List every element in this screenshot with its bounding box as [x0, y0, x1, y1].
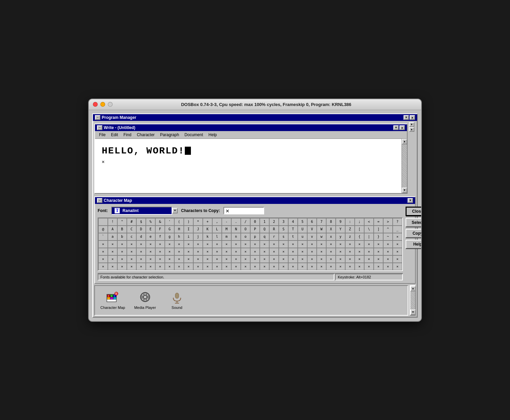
char-cell[interactable]: P	[250, 226, 260, 233]
char-cell[interactable]: i	[184, 233, 193, 240]
char-cell[interactable]: o	[241, 233, 250, 240]
char-cell[interactable]: v	[307, 233, 317, 240]
char-cell[interactable]: ^	[383, 226, 393, 233]
char-cell[interactable]: B	[117, 226, 127, 233]
char-cell[interactable]: ✕	[317, 255, 326, 263]
char-cell[interactable]: ✕	[146, 240, 155, 248]
char-cell[interactable]: %	[146, 218, 155, 226]
char-cell[interactable]: u	[298, 233, 307, 240]
char-cell[interactable]: g	[165, 233, 174, 240]
char-cell[interactable]: W	[317, 226, 326, 233]
char-cell[interactable]: ✕	[222, 248, 231, 255]
char-cell[interactable]: ✕	[127, 240, 136, 248]
char-cell[interactable]: ✕	[326, 263, 336, 270]
char-cell[interactable]: ✕	[231, 248, 241, 255]
char-cell[interactable]: ✕	[136, 240, 146, 248]
char-cell[interactable]: ✕	[203, 240, 212, 248]
char-cell[interactable]: 6	[307, 218, 317, 226]
char-cell[interactable]: ✕	[136, 255, 146, 263]
char-cell[interactable]: 8	[326, 218, 336, 226]
char-cell[interactable]: ✕	[184, 255, 193, 263]
char-cell[interactable]: ✕	[165, 255, 174, 263]
char-cell[interactable]: G	[165, 226, 174, 233]
char-cell[interactable]: s	[279, 233, 288, 240]
char-cell[interactable]: V	[307, 226, 317, 233]
char-cell[interactable]: )	[184, 218, 193, 226]
char-cell[interactable]: 7	[317, 218, 326, 226]
char-cell[interactable]: ✕	[108, 240, 117, 248]
char-cell[interactable]: ✕	[383, 248, 393, 255]
char-cell[interactable]: ✕	[393, 255, 402, 263]
chars-to-copy-field[interactable]: ✕	[223, 207, 264, 214]
char-cell[interactable]: ✕	[222, 263, 231, 270]
char-cell[interactable]: ✕	[298, 255, 307, 263]
char-cell[interactable]: U	[298, 226, 307, 233]
char-cell[interactable]: ✕	[374, 248, 383, 255]
char-cell[interactable]: ✕	[250, 263, 260, 270]
char-cell[interactable]: ✕	[231, 240, 241, 248]
char-cell[interactable]: a	[108, 233, 117, 240]
char-cell[interactable]: ✕	[355, 255, 364, 263]
char-cell[interactable]: +	[203, 218, 212, 226]
char-cell[interactable]: {	[355, 233, 364, 240]
char-cell[interactable]: ✕	[127, 263, 136, 270]
char-cell[interactable]: }	[374, 233, 383, 240]
char-cell[interactable]: ✕	[364, 248, 374, 255]
close-button[interactable]: Close	[406, 207, 421, 216]
char-cell[interactable]: ✕	[364, 240, 374, 248]
char-cell[interactable]: ✕	[155, 255, 165, 263]
char-cell[interactable]: ✕	[193, 248, 203, 255]
char-cell[interactable]: ✕	[307, 255, 317, 263]
char-cell[interactable]: q	[260, 233, 269, 240]
char-cell[interactable]: ✕	[260, 248, 269, 255]
write-scroll-down[interactable]: ▼	[393, 125, 399, 130]
char-cell[interactable]: m	[222, 233, 231, 240]
char-cell[interactable]: 2	[269, 218, 279, 226]
char-cell[interactable]: ✕	[117, 240, 127, 248]
char-cell[interactable]: ✕	[250, 248, 260, 255]
char-cell[interactable]: ✕	[165, 240, 174, 248]
char-cell[interactable]: f	[155, 233, 165, 240]
char-cell[interactable]: ✕	[364, 255, 374, 263]
char-cell[interactable]: \	[364, 226, 374, 233]
char-cell[interactable]: l	[212, 233, 222, 240]
write-sys-button[interactable]: ─	[97, 125, 102, 130]
char-cell[interactable]: ✕	[174, 263, 184, 270]
char-cell[interactable]: ✕	[203, 255, 212, 263]
char-cell[interactable]: ✕	[250, 255, 260, 263]
char-cell[interactable]: D	[136, 226, 146, 233]
char-cell[interactable]: ✕	[336, 248, 345, 255]
char-cell[interactable]: ✕	[326, 240, 336, 248]
char-cell[interactable]: h	[174, 233, 184, 240]
char-cell[interactable]: 3	[279, 218, 288, 226]
char-cell[interactable]: H	[174, 226, 184, 233]
char-cell[interactable]: /	[241, 218, 250, 226]
char-cell[interactable]: ✕	[260, 263, 269, 270]
menu-edit[interactable]: Edit	[108, 132, 121, 138]
char-cell[interactable]: ✕	[336, 255, 345, 263]
scroll-down-btn[interactable]: ▼	[402, 188, 407, 193]
char-cell[interactable]: ✕	[117, 248, 127, 255]
char-cell[interactable]: ✕	[393, 233, 402, 240]
font-select[interactable]: T Ranalint	[111, 207, 172, 215]
char-cell[interactable]: ✕	[98, 248, 108, 255]
char-cell[interactable]: ✕	[393, 263, 402, 270]
char-cell[interactable]: ✕	[98, 240, 108, 248]
char-cell[interactable]: ✕	[193, 240, 203, 248]
char-cell[interactable]: ✕	[298, 240, 307, 248]
char-cell[interactable]: ✕	[146, 255, 155, 263]
char-cell[interactable]: ✕	[307, 248, 317, 255]
pm-scroll-up[interactable]: ▲	[410, 115, 415, 120]
char-cell[interactable]: A	[108, 226, 117, 233]
char-cell[interactable]: ✕	[127, 248, 136, 255]
char-cell[interactable]: ✕	[155, 263, 165, 270]
char-cell[interactable]: ✕	[317, 248, 326, 255]
char-cell[interactable]: ✕	[136, 248, 146, 255]
char-cell[interactable]: ✕	[136, 263, 146, 270]
char-cell[interactable]: ✕	[307, 240, 317, 248]
char-cell[interactable]: ✕	[279, 240, 288, 248]
char-cell[interactable]: ✕	[184, 240, 193, 248]
tray-scroll-down[interactable]: ▼	[410, 310, 416, 315]
char-cell[interactable]: ✕	[383, 263, 393, 270]
char-cell[interactable]: ✕	[355, 248, 364, 255]
